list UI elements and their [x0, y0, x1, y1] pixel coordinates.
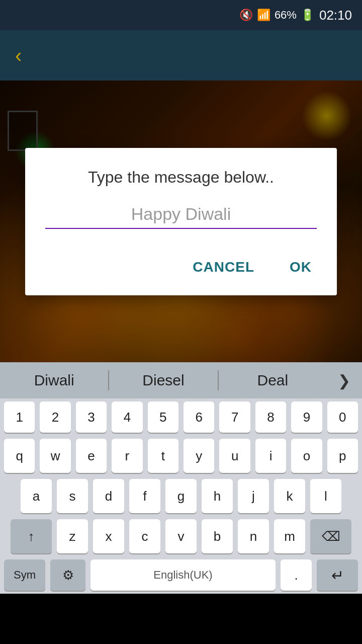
dialog-overlay: Type the message below.. CANCEL OK: [0, 80, 362, 362]
key-g[interactable]: g: [165, 479, 197, 513]
key-s[interactable]: s: [57, 479, 88, 513]
autocomplete-word-3[interactable]: Deal: [219, 367, 327, 394]
autocomplete-items: Diwali Diesel Deal ❯: [0, 367, 362, 394]
key-6[interactable]: 6: [184, 401, 214, 433]
silent-icon: 🔇: [239, 9, 253, 22]
key-a[interactable]: a: [21, 479, 52, 513]
dot-key[interactable]: .: [281, 559, 312, 591]
signal-icon: 📶: [257, 9, 270, 22]
autocomplete-word-1[interactable]: Diwali: [0, 367, 108, 394]
key-y[interactable]: y: [184, 439, 214, 473]
sym-key[interactable]: Sym: [4, 559, 45, 591]
key-0[interactable]: 0: [327, 401, 358, 433]
status-time: 02:10: [319, 8, 352, 23]
key-8[interactable]: 8: [255, 401, 286, 433]
backspace-key[interactable]: ⌫: [310, 519, 351, 553]
key-7[interactable]: 7: [219, 401, 250, 433]
enter-key[interactable]: ↵: [317, 559, 358, 591]
key-h[interactable]: h: [202, 479, 233, 513]
key-e[interactable]: e: [76, 439, 107, 473]
top-bar: ‹: [0, 30, 362, 80]
key-r[interactable]: r: [112, 439, 142, 473]
key-4[interactable]: 4: [112, 401, 142, 433]
key-t[interactable]: t: [148, 439, 178, 473]
key-v[interactable]: v: [165, 519, 197, 553]
key-w[interactable]: w: [40, 439, 70, 473]
key-x[interactable]: x: [93, 519, 124, 553]
cancel-button[interactable]: CANCEL: [188, 254, 259, 280]
key-1[interactable]: 1: [4, 401, 35, 433]
key-3[interactable]: 3: [76, 401, 107, 433]
autocomplete-word-2[interactable]: Diesel: [109, 367, 217, 394]
autocomplete-bar: Diwali Diesel Deal ❯: [0, 362, 362, 398]
keyboard-row-asdf: a s d f g h j k l: [0, 476, 362, 516]
key-f[interactable]: f: [129, 479, 160, 513]
battery-icon: 🔋: [301, 9, 314, 22]
key-q[interactable]: q: [4, 439, 35, 473]
back-button[interactable]: ‹: [15, 44, 22, 67]
key-o[interactable]: o: [291, 439, 322, 473]
ok-button[interactable]: OK: [285, 254, 317, 280]
key-m[interactable]: m: [274, 519, 305, 553]
key-d[interactable]: d: [93, 479, 124, 513]
dialog-input-container: [45, 204, 317, 229]
key-9[interactable]: 9: [291, 401, 322, 433]
key-n[interactable]: n: [238, 519, 269, 553]
key-k[interactable]: k: [274, 479, 305, 513]
keyboard-bottom-row: Sym ⚙ English(UK) . ↵: [0, 556, 362, 594]
key-z[interactable]: z: [57, 519, 88, 553]
status-icons: 🔇 📶 66% 🔋: [239, 9, 314, 22]
space-key[interactable]: English(UK): [90, 559, 276, 591]
key-l[interactable]: l: [310, 479, 341, 513]
message-input[interactable]: [45, 204, 317, 229]
keyboard: 1 2 3 4 5 6 7 8 9 0 q w e r t y u i o p …: [0, 398, 362, 594]
battery-level: 66%: [275, 9, 297, 22]
key-c[interactable]: c: [129, 519, 160, 553]
gear-key[interactable]: ⚙: [50, 559, 85, 591]
key-p[interactable]: p: [327, 439, 358, 473]
key-j[interactable]: j: [238, 479, 269, 513]
autocomplete-more-arrow[interactable]: ❯: [327, 372, 362, 389]
key-2[interactable]: 2: [40, 401, 70, 433]
dialog-box: Type the message below.. CANCEL OK: [25, 148, 337, 295]
keyboard-row-zxcv: ↑ z x c v b n m ⌫: [0, 516, 362, 556]
key-5[interactable]: 5: [148, 401, 178, 433]
shift-key[interactable]: ↑: [11, 519, 52, 553]
keyboard-row-qwerty: q w e r t y u i o p: [0, 436, 362, 476]
key-u[interactable]: u: [219, 439, 250, 473]
dialog-buttons: CANCEL OK: [45, 249, 317, 280]
dialog-title: Type the message below..: [45, 168, 317, 187]
key-i[interactable]: i: [255, 439, 286, 473]
keyboard-row-numbers: 1 2 3 4 5 6 7 8 9 0: [0, 398, 362, 436]
key-b[interactable]: b: [202, 519, 233, 553]
status-bar: 🔇 📶 66% 🔋 02:10: [0, 0, 362, 30]
